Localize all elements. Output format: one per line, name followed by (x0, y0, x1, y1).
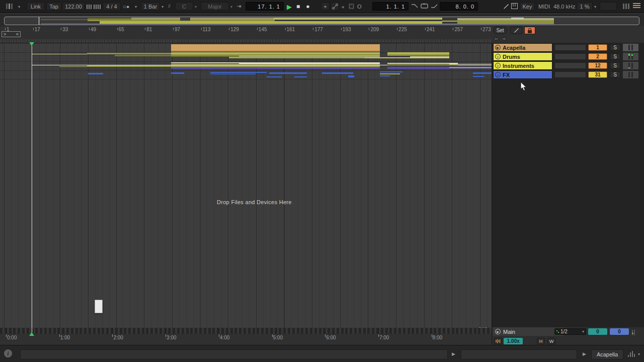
clip-drums[interactable] (87, 53, 171, 54)
overview-gap[interactable] (180, 17, 190, 21)
link-button[interactable]: Link (27, 2, 45, 11)
arrangement-position-display[interactable]: 17. 1. 1 (246, 2, 284, 11)
quantize-menu[interactable]: 1 Bar (141, 2, 160, 11)
new-button[interactable]: + (321, 2, 330, 11)
track-row-acapella[interactable]: ▶ Acapella 1 S (492, 43, 644, 52)
tempo-field[interactable]: 122.00 (62, 2, 85, 11)
group-unfold-icon[interactable]: ▶ (495, 45, 501, 50)
locator-pencil-button[interactable] (510, 27, 522, 34)
notifications-menu-icon[interactable] (633, 3, 640, 8)
play-button[interactable]: ▶ (287, 3, 292, 11)
punch-in-icon[interactable] (411, 3, 418, 9)
time-signature-field[interactable]: 4 / 4 (103, 2, 121, 11)
track-io-box[interactable] (554, 53, 586, 60)
cpu-caret-icon[interactable]: ▾ (594, 5, 596, 9)
playhead-marker-bottom[interactable] (29, 332, 34, 336)
status-expand-icon[interactable]: ▶ (452, 351, 455, 356)
track-number-box[interactable]: 31 (588, 71, 607, 78)
stop-button[interactable]: ■ (296, 3, 300, 10)
track-header[interactable]: ≡ Instruments (493, 61, 552, 70)
time-ruler[interactable]: 0:001:002:003:004:005:006:007:008:00 (0, 328, 492, 345)
clip-drums[interactable] (365, 57, 449, 58)
clip-fx[interactable] (380, 71, 403, 72)
record-button[interactable]: ● (306, 3, 310, 10)
punch-position-display[interactable]: 1. 1. 1 (372, 2, 409, 11)
track-number-box[interactable]: 12 (588, 62, 607, 69)
scale-menu[interactable]: Major (201, 2, 229, 11)
info-icon[interactable]: i (4, 349, 12, 357)
key-map-button[interactable]: Key (520, 2, 535, 11)
clip-fx[interactable] (210, 73, 256, 74)
clip-drums[interactable] (387, 54, 449, 56)
clip-drums[interactable] (115, 55, 171, 56)
clip-instruments[interactable] (59, 66, 88, 67)
clip-fx[interactable] (267, 76, 282, 77)
clip-fx[interactable] (210, 72, 267, 73)
clip-fx[interactable] (171, 72, 184, 74)
track-header[interactable]: ≡ Drums (493, 52, 552, 61)
clip-fx[interactable] (473, 72, 492, 74)
clip-fx[interactable] (473, 76, 484, 77)
overview-clip[interactable] (442, 21, 457, 22)
playhead-marker-top[interactable] (29, 42, 34, 46)
clip-drums[interactable] (239, 56, 380, 56)
solo-button[interactable]: S (610, 71, 620, 78)
overview-clip[interactable] (511, 18, 524, 19)
track-io-box[interactable] (554, 44, 586, 51)
set-locator-button[interactable]: Set (493, 27, 507, 34)
track-row-fx[interactable]: ≡ FX 31 S (492, 70, 644, 79)
clip-instruments[interactable] (449, 67, 492, 68)
scale-caret-icon[interactable]: ▾ (230, 5, 232, 9)
levels-icon[interactable] (628, 350, 636, 357)
selected-track-label[interactable]: Acapella (591, 349, 623, 359)
group-menu-icon[interactable]: ≡ (495, 63, 501, 68)
clip-fx[interactable] (380, 73, 400, 74)
arrangement-overview[interactable] (4, 17, 639, 25)
clip-instruments[interactable] (387, 64, 458, 65)
zoom-factor-box[interactable]: 1.00x (504, 338, 523, 344)
levels-caret-icon[interactable]: ▾ (638, 352, 640, 356)
metronome-caret-icon[interactable]: ▾ (135, 5, 137, 9)
overview-clip[interactable] (41, 19, 89, 20)
key-root-caret-icon[interactable]: ▾ (195, 5, 197, 9)
track-io-box[interactable] (554, 71, 586, 78)
loop-end-icon[interactable]: < (16, 32, 19, 37)
clip-instruments[interactable] (171, 64, 380, 65)
solo-button[interactable]: S (610, 44, 620, 51)
clip-fx[interactable] (294, 76, 307, 77)
clip-instruments[interactable] (387, 67, 449, 69)
control-bar-caret-icon[interactable]: ▾ (18, 5, 20, 9)
loop-button[interactable] (421, 3, 428, 9)
clip-fx[interactable] (380, 75, 390, 76)
back-to-arrangement-button[interactable]: ◂ (341, 4, 344, 10)
group-menu-icon[interactable]: ≡ (495, 72, 501, 77)
group-menu-icon[interactable]: ≡ (495, 54, 501, 59)
metronome-icon[interactable]: ○● (123, 4, 129, 10)
track-number-box[interactable]: 1 (588, 44, 607, 51)
playhead-line[interactable] (32, 43, 32, 333)
nudge-down-icon[interactable] (87, 4, 93, 10)
clip-instruments[interactable] (387, 63, 458, 64)
clip-fx[interactable] (348, 75, 354, 77)
track-io-box[interactable] (554, 62, 586, 69)
solo-button[interactable]: S (610, 62, 620, 69)
key-root-menu[interactable]: C (175, 2, 193, 11)
clip-instruments[interactable] (239, 63, 380, 64)
clip-drums[interactable] (229, 57, 380, 58)
clip-acapella-edge[interactable] (171, 51, 380, 52)
control-bar-icon[interactable] (6, 4, 14, 10)
overview-clip[interactable] (41, 24, 554, 24)
solo-button[interactable]: S (610, 53, 620, 60)
midi-map-button[interactable]: MIDI (538, 4, 550, 10)
dragged-clip-ghost[interactable] (95, 300, 103, 313)
automation-mode-button[interactable] (331, 2, 339, 11)
track-row-drums[interactable]: ≡ Drums 2 S (492, 52, 644, 61)
draw-pencil-icon[interactable] (503, 4, 509, 10)
clip-fx[interactable] (88, 73, 103, 74)
clip-fx[interactable] (322, 72, 353, 74)
beat-division-menu[interactable]: 1/2 ▾ (554, 328, 586, 335)
clip-fx[interactable] (269, 72, 307, 74)
cue-volume-box[interactable]: 0 (588, 328, 607, 335)
punch-out-icon[interactable] (431, 3, 438, 9)
track-header[interactable]: ▶ Acapella (493, 43, 552, 52)
